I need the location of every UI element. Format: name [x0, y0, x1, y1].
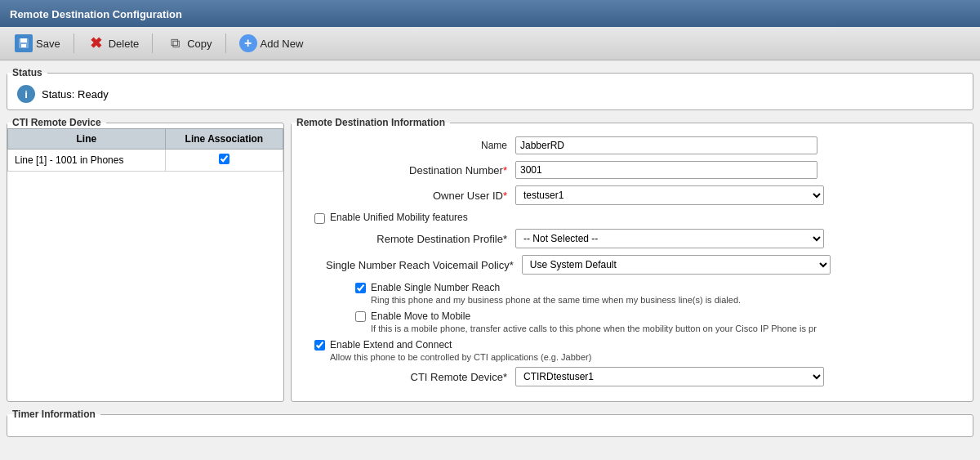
owner-userid-row: Owner User ID* testuser1 [303, 185, 961, 205]
name-input[interactable] [515, 136, 817, 154]
rdp-row: Remote Destination Profile* -- Not Selec… [303, 229, 961, 248]
enable-mobility-row: Enable Unified Mobility features [303, 212, 961, 224]
main-content: Status i Status: Ready CTI Remote Device… [0, 60, 980, 444]
enable-mobility-checkbox[interactable] [314, 213, 325, 224]
toolbar: Save ✖ Delete ⧉ Copy + Add New [0, 27, 980, 60]
mobile-checkbox[interactable] [355, 311, 366, 322]
save-button[interactable]: Save [8, 32, 67, 55]
extend-label: Enable Extend and Connect [330, 339, 452, 351]
timer-legend: Timer Information [7, 409, 100, 420]
delete-button[interactable]: ✖ Delete [81, 32, 146, 55]
cti-section: CTI Remote Device Line Line Association … [7, 117, 284, 402]
owner-required: * [503, 190, 507, 202]
status-section: Status i Status: Ready [7, 67, 973, 110]
cti-col-line: Line [8, 129, 166, 150]
status-icon: i [17, 85, 35, 103]
delete-icon: ✖ [87, 34, 105, 52]
mobile-label: Enable Move to Mobile [371, 310, 470, 322]
snrvm-row: Single Number Reach Voicemail Policy* Us… [303, 255, 961, 275]
status-legend: Status [7, 67, 47, 78]
svg-rect-1 [20, 38, 27, 42]
snrvm-select[interactable]: Use System Default [522, 255, 831, 275]
save-icon [15, 34, 33, 52]
status-text: Status: Ready [42, 88, 109, 100]
page-title: Remote Destination Configuration [10, 8, 182, 20]
svg-rect-2 [21, 44, 26, 47]
rdi-legend: Remote Destination Information [292, 117, 450, 128]
dest-number-label: Destination Number* [303, 164, 515, 176]
rdi-form-body: Name Destination Number* Owner User ID* [292, 128, 973, 401]
snr-row: Enable Single Number Reach Ring this pho… [344, 281, 961, 305]
snrvm-label: Single Number Reach Voicemail Policy* [326, 259, 522, 271]
two-col-layout: CTI Remote Device Line Line Association … [7, 117, 973, 402]
enable-mobility-label: Enable Unified Mobility features [330, 212, 468, 223]
toolbar-separator-3 [225, 33, 226, 53]
snr-checkbox[interactable] [355, 283, 366, 293]
snr-label: Enable Single Number Reach [371, 282, 500, 293]
rdi-section: Remote Destination Information Name Dest… [291, 117, 973, 402]
line-cell: Line [1] - 1001 in Phones [8, 150, 166, 172]
extend-checkbox[interactable] [314, 340, 325, 351]
cti-device-row: CTI Remote Device* CTIRDtestuser1 [303, 367, 961, 386]
owner-userid-label: Owner User ID* [303, 190, 515, 202]
snr-sublabel: Ring this phone and my business phone at… [371, 295, 741, 305]
mobile-row: Enable Move to Mobile If this is a mobil… [344, 310, 961, 333]
owner-userid-select[interactable]: testuser1 [515, 185, 824, 205]
name-label: Name [303, 140, 515, 151]
rdp-select[interactable]: -- Not Selected -- [515, 229, 824, 248]
line-assoc-checkbox[interactable] [219, 154, 229, 164]
extend-sublabel: Allow this phone to be controlled by CTI… [330, 352, 591, 362]
addnew-button[interactable]: + Add New [233, 32, 310, 55]
copy-button[interactable]: ⧉ Copy [159, 32, 218, 55]
name-row: Name [303, 136, 961, 154]
toolbar-separator-2 [152, 33, 153, 53]
cti-col-assoc: Line Association [165, 129, 283, 150]
title-bar: Remote Destination Configuration [0, 0, 980, 27]
table-row: Line [1] - 1001 in Phones [8, 150, 283, 172]
cti-device-label: CTI Remote Device* [326, 371, 515, 383]
extend-row: Enable Extend and Connect Allow this pho… [303, 338, 961, 362]
mobile-sublabel: If this is a mobile phone, transfer acti… [371, 324, 817, 333]
dest-number-row: Destination Number* [303, 161, 961, 179]
dest-required: * [503, 164, 507, 176]
assoc-cell [165, 150, 283, 172]
status-body: i Status: Ready [7, 78, 973, 109]
cti-legend: CTI Remote Device [7, 117, 106, 128]
rdp-label: Remote Destination Profile* [326, 233, 515, 245]
dest-number-input[interactable] [515, 161, 817, 179]
copy-icon: ⧉ [166, 34, 184, 52]
addnew-icon: + [239, 34, 257, 52]
cti-table: Line Line Association Line [1] - 1001 in… [7, 128, 283, 172]
toolbar-separator [74, 33, 74, 53]
timer-section: Timer Information [7, 409, 973, 437]
cti-device-select[interactable]: CTIRDtestuser1 [515, 367, 824, 386]
timer-body [7, 420, 973, 436]
